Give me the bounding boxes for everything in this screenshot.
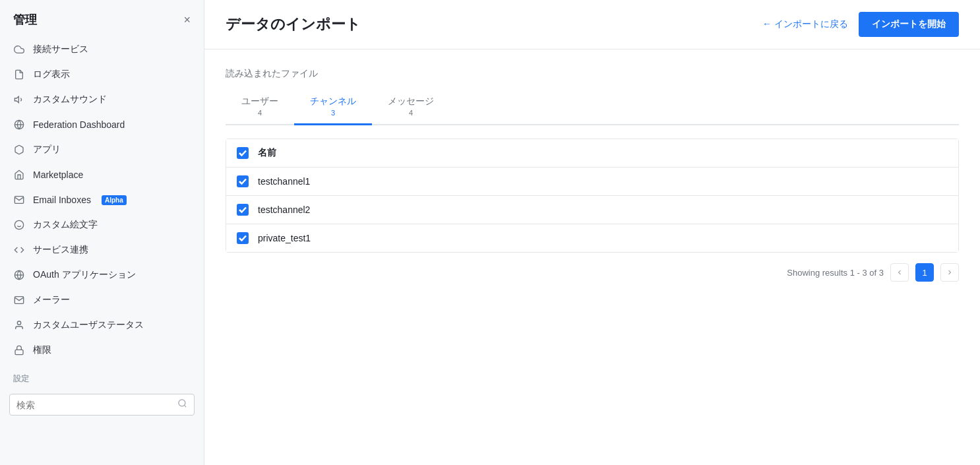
user-icon xyxy=(13,319,25,331)
sidebar-item-custom-emoji[interactable]: カスタム絵文字 xyxy=(0,212,204,237)
svg-point-10 xyxy=(179,400,185,406)
svg-rect-9 xyxy=(15,350,23,354)
sidebar-close-button[interactable]: × xyxy=(183,14,191,26)
sidebar-item-label: OAuth アプリケーション xyxy=(33,269,136,281)
sidebar-item-mailer[interactable]: メーラー xyxy=(0,288,204,313)
sidebar-item-custom-user-status[interactable]: カスタムユーザステータス xyxy=(0,313,204,338)
sidebar-title: 管理 xyxy=(13,12,37,28)
speaker-icon xyxy=(13,94,25,106)
sidebar-item-label: 接続サービス xyxy=(33,44,88,55)
tab-channels-count: 3 xyxy=(331,109,335,117)
sidebar-item-permissions[interactable]: 権限 xyxy=(0,338,204,363)
sidebar-item-oauth-apps[interactable]: OAuth アプリケーション xyxy=(0,263,204,288)
sidebar-item-label: メーラー xyxy=(33,294,70,306)
tab-channels-label: チャンネル xyxy=(310,96,356,108)
sidebar-item-apps[interactable]: アプリ xyxy=(0,137,204,162)
row-checkbox-2[interactable] xyxy=(237,204,249,216)
cloud-icon xyxy=(13,44,25,55)
marketplace-icon xyxy=(13,169,25,181)
sidebar-item-label: カスタム絵文字 xyxy=(33,219,98,231)
channels-table: 名前 testchannel1 testchannel2 xyxy=(226,139,959,253)
pagination-prev-button[interactable] xyxy=(890,263,909,282)
sidebar-header: 管理 × xyxy=(0,0,204,37)
sidebar-item-label: Email Inboxes xyxy=(33,195,91,205)
oauth-globe-icon xyxy=(13,269,25,281)
sidebar-item-custom-sounds[interactable]: カスタムサウンド xyxy=(0,87,204,112)
sidebar-item-label: Marketplace xyxy=(33,170,83,180)
tabs: ユーザー 4 チャンネル 3 メッセージ 4 xyxy=(226,90,959,125)
row-checkbox-1[interactable] xyxy=(237,175,249,187)
globe-icon xyxy=(13,119,25,131)
svg-line-11 xyxy=(184,405,186,407)
tab-messages-label: メッセージ xyxy=(388,96,434,108)
table-row: private_test1 xyxy=(226,224,958,252)
tab-messages[interactable]: メッセージ 4 xyxy=(372,90,450,125)
header-checkbox[interactable] xyxy=(237,147,249,159)
pagination-next-button[interactable] xyxy=(940,263,959,282)
content-area: 読み込まれたファイル ユーザー 4 チャンネル 3 メッセージ 4 xyxy=(204,49,980,300)
sidebar-item-label: サービス連携 xyxy=(33,244,88,256)
table-row: testchannel2 xyxy=(226,196,958,224)
svg-marker-0 xyxy=(15,96,18,102)
tab-users[interactable]: ユーザー 4 xyxy=(226,90,294,125)
lock-icon xyxy=(13,344,25,356)
sidebar-item-label: カスタムユーザステータス xyxy=(33,319,144,331)
svg-point-3 xyxy=(15,220,23,229)
search-input[interactable] xyxy=(16,400,172,410)
settings-section-label: 設定 xyxy=(0,363,204,388)
table-header-row: 名前 xyxy=(226,139,958,168)
back-link[interactable]: ← インポートに戻る xyxy=(762,18,848,30)
sidebar-item-view-logs[interactable]: ログ表示 xyxy=(0,62,204,87)
pagination: Showing results 1 - 3 of 3 1 xyxy=(226,253,959,282)
channel-name-1: testchannel1 xyxy=(258,176,310,187)
tab-users-count: 4 xyxy=(258,109,262,117)
search-icon xyxy=(177,398,187,411)
file-loaded-label: 読み込まれたファイル xyxy=(226,68,959,80)
sidebar-item-label: Federation Dashboard xyxy=(33,119,125,130)
sidebar-item-email-inboxes[interactable]: Email Inboxes Alpha xyxy=(0,187,204,212)
page-title: データのインポート xyxy=(226,15,361,34)
pagination-page-1-button[interactable]: 1 xyxy=(915,263,934,282)
emoji-icon xyxy=(13,219,25,231)
sidebar-item-service-integration[interactable]: サービス連携 xyxy=(0,237,204,263)
sidebar: 管理 × 接続サービス ログ表示 カスタムサウンド xyxy=(0,0,204,465)
code-icon xyxy=(13,244,25,256)
sidebar-item-label: ログ表示 xyxy=(33,69,70,80)
channel-name-2: testchannel2 xyxy=(258,204,310,215)
sidebar-item-connected-services[interactable]: 接続サービス xyxy=(0,37,204,62)
email-icon xyxy=(13,194,25,206)
pagination-showing: Showing results 1 - 3 of 3 xyxy=(787,268,884,278)
header-actions: ← インポートに戻る インポートを開始 xyxy=(762,12,959,37)
svg-point-8 xyxy=(17,321,20,325)
file-icon xyxy=(13,69,25,80)
table-row: testchannel1 xyxy=(226,168,958,196)
envelope-icon xyxy=(13,294,25,306)
alpha-badge: Alpha xyxy=(102,195,127,205)
tab-messages-count: 4 xyxy=(409,109,413,117)
column-header-name: 名前 xyxy=(258,147,276,159)
sidebar-item-label: アプリ xyxy=(33,144,61,156)
sidebar-item-federation-dashboard[interactable]: Federation Dashboard xyxy=(0,112,204,137)
sidebar-nav: 接続サービス ログ表示 カスタムサウンド Federation Dashboar… xyxy=(0,37,204,465)
main-content: データのインポート ← インポートに戻る インポートを開始 読み込まれたファイル… xyxy=(204,0,980,465)
start-import-button[interactable]: インポートを開始 xyxy=(859,12,959,37)
tab-channels[interactable]: チャンネル 3 xyxy=(294,90,372,125)
search-box xyxy=(9,394,195,416)
channel-name-3: private_test1 xyxy=(258,233,311,243)
sidebar-item-label: カスタムサウンド xyxy=(33,94,107,106)
tab-users-label: ユーザー xyxy=(241,96,278,108)
row-checkbox-3[interactable] xyxy=(237,232,249,244)
sidebar-item-marketplace[interactable]: Marketplace xyxy=(0,162,204,187)
main-header: データのインポート ← インポートに戻る インポートを開始 xyxy=(204,0,980,49)
sidebar-item-label: 権限 xyxy=(33,344,51,356)
box-icon xyxy=(13,144,25,156)
